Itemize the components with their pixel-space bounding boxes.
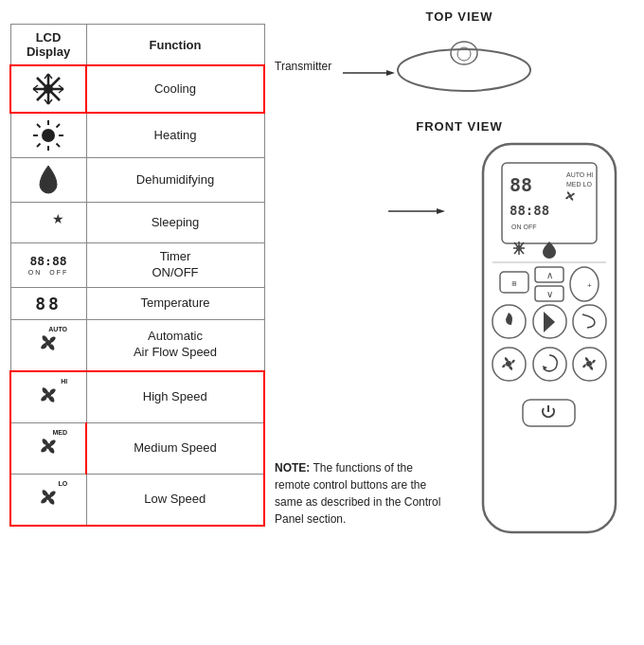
remote-top-view: [393, 34, 535, 96]
svg-text:∧: ∧: [546, 270, 553, 280]
svg-line-19: [57, 144, 61, 148]
top-view-diagram: Transmitter: [275, 29, 644, 105]
med-label: MED: [52, 429, 67, 436]
table-row-auto-airflow: AUTO AutomaticAir Flow Speed: [10, 319, 264, 371]
temperature-function-label: Temperature: [86, 287, 264, 319]
hi-fan-wrapper: HI: [31, 378, 65, 412]
cooling-function-label: Cooling: [86, 65, 264, 113]
high-speed-function-label: High Speed: [86, 371, 264, 423]
transmitter-arrow: [343, 67, 395, 79]
heating-function-label: Heating: [86, 113, 264, 158]
svg-text:★: ★: [52, 211, 64, 226]
temperature-icon-cell: 88: [10, 287, 86, 319]
medium-speed-icon-cell: MED: [10, 422, 86, 474]
svg-text:+: +: [587, 281, 592, 290]
sleeping-function-label: Sleeping: [86, 203, 264, 243]
auto-fan-wrapper: AUTO: [31, 326, 65, 360]
svg-text:88:88: 88:88: [510, 203, 549, 218]
svg-marker-58: [544, 312, 555, 332]
col-function: Function: [86, 25, 264, 66]
lo-fan-wrapper: LO: [31, 480, 65, 514]
dehumidify-function-label: Dehumidifying: [86, 158, 264, 203]
top-view-label: TOP VIEW: [275, 9, 644, 24]
svg-point-61: [506, 361, 511, 367]
svg-text:MED LO: MED LO: [566, 181, 592, 188]
table-row-temperature: 88 Temperature: [10, 287, 264, 319]
timer-function-label: TimerON/OFF: [86, 243, 264, 288]
sleeping-icon-cell: ★: [10, 203, 86, 243]
dehumidify-icon-cell: [10, 158, 86, 203]
timer-display: 88:88: [15, 255, 82, 268]
svg-rect-54: [570, 267, 599, 301]
med-fan-wrapper: MED: [31, 429, 65, 463]
snowflake-icon: [31, 72, 65, 106]
svg-text:∨: ∨: [546, 289, 553, 299]
timer-icon-cell: 88:88 ON OFF: [10, 243, 86, 288]
note-text: NOTE: The functions of the remote contro…: [275, 459, 450, 528]
auto-airflow-function-label: AutomaticAir Flow Speed: [86, 319, 264, 371]
low-speed-function-label: Low Speed: [86, 474, 264, 526]
droplet-icon: [36, 164, 61, 196]
heating-icon-cell: [10, 113, 86, 158]
front-view-label: FRONT VIEW: [275, 119, 644, 134]
svg-rect-62: [533, 348, 566, 381]
svg-point-65: [586, 361, 592, 367]
svg-marker-33: [437, 208, 445, 214]
dehumidify-arrow: [388, 206, 445, 217]
svg-point-29: [398, 49, 530, 91]
temperature-display: 88: [15, 294, 82, 314]
table-row-sleeping: ★ Sleeping: [10, 203, 264, 243]
col-lcd-display: LCDDisplay: [10, 25, 86, 66]
svg-text:88: 88: [510, 173, 532, 196]
front-view-section: FRONT VIEW NOTE: The functions of the re…: [275, 119, 644, 636]
auto-label: AUTO: [48, 326, 67, 332]
auto-airflow-icon-cell: AUTO: [10, 319, 86, 371]
svg-point-39: [568, 194, 572, 198]
lcd-function-table: LCDDisplay Function: [9, 24, 265, 527]
table-row-low-speed: LO Low Speed: [10, 474, 264, 526]
table-row-dehumidifying: Dehumidifying: [10, 158, 264, 203]
svg-text:⊞: ⊞: [512, 279, 517, 288]
svg-line-20: [57, 124, 61, 128]
transmitter-label: Transmitter: [275, 60, 331, 73]
medium-speed-function-label: Medium Speed: [86, 422, 264, 474]
sun-icon: [32, 119, 64, 152]
table-row-medium-speed: MED Medium Speed: [10, 422, 264, 474]
cooling-icon-cell: [10, 65, 86, 113]
svg-rect-59: [573, 305, 606, 338]
svg-text:AUTO HI: AUTO HI: [566, 171, 593, 178]
svg-text:ON   OFF: ON OFF: [511, 224, 536, 230]
remote-front-svg: 88 AUTO HI MED LO 88: [455, 139, 644, 537]
hi-label: HI: [61, 378, 67, 385]
svg-line-21: [37, 144, 41, 148]
svg-rect-66: [523, 400, 575, 426]
table-row-high-speed: HI High Speed: [10, 371, 264, 423]
timer-on-off: ON OFF: [15, 269, 82, 276]
svg-point-13: [42, 129, 55, 142]
table-row-heating: Heating: [10, 113, 264, 158]
note-and-arrow: NOTE: The functions of the remote contro…: [275, 139, 455, 537]
top-view-section: TOP VIEW Transmitter: [275, 9, 644, 105]
front-view-content: NOTE: The functions of the remote contro…: [275, 139, 644, 537]
right-panel: TOP VIEW Transmitter FRON: [265, 9, 644, 636]
low-speed-icon-cell: LO: [10, 474, 86, 526]
svg-line-18: [37, 124, 41, 128]
remote-front-view: 88 AUTO HI MED LO 88: [455, 139, 644, 537]
note-bold: NOTE:: [275, 461, 310, 475]
sleep-icon: ★: [31, 208, 65, 237]
table-row-timer: 88:88 ON OFF TimerON/OFF: [10, 243, 264, 288]
table-row-cooling: Cooling: [10, 65, 264, 113]
lo-label: LO: [59, 480, 68, 487]
high-speed-icon-cell: HI: [10, 371, 86, 423]
